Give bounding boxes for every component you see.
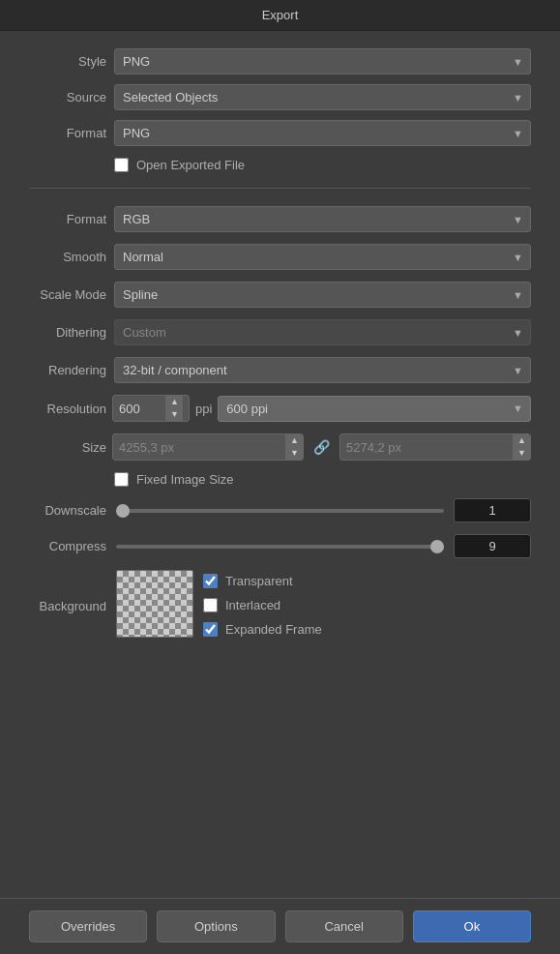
resolution-label: Resolution: [29, 402, 106, 416]
smooth-label: Smooth: [29, 250, 106, 264]
downscale-label: Downscale: [29, 503, 106, 518]
size-height-input[interactable]: [340, 435, 513, 460]
resolution-preset-select[interactable]: 72 ppi 96 ppi 150 ppi 300 ppi 600 ppi: [218, 396, 531, 422]
compress-row: Compress 9: [29, 534, 531, 558]
rendering-select-wrapper: 32-bit / component 16-bit / component 8-…: [114, 357, 531, 383]
resolution-up-button[interactable]: ▲: [166, 396, 183, 408]
format-row-main: Format RGB RGBA CMYK Grayscale ▼: [29, 206, 531, 232]
size-width-input[interactable]: [113, 435, 285, 460]
downscale-value: 1: [454, 498, 531, 522]
size-width-down-button[interactable]: ▼: [286, 447, 303, 460]
fixed-image-checkbox[interactable]: [114, 472, 129, 487]
ppi-label: ppi: [195, 402, 212, 416]
source-label: Source: [29, 90, 106, 104]
source-select-wrapper: Selected Objects Page All Pages Layer ▼: [114, 84, 531, 110]
options-button[interactable]: Options: [157, 910, 275, 942]
format-select-wrapper-main: RGB RGBA CMYK Grayscale ▼: [114, 206, 531, 232]
transparent-row: Transparent: [203, 574, 322, 588]
fixed-image-label[interactable]: Fixed Image Size: [136, 472, 233, 487]
downscale-row: Downscale 1: [29, 498, 531, 522]
resolution-preset-wrapper: 72 ppi 96 ppi 150 ppi 300 ppi 600 ppi ▼: [218, 396, 531, 422]
style-select-wrapper: PNG JPEG WebP TIFF ▼: [114, 48, 531, 75]
scale-mode-row: Scale Mode Spline Bilinear Bicubic Neare…: [29, 282, 531, 308]
background-row: Background Transparent Interlaced Expand…: [29, 570, 531, 638]
style-select[interactable]: PNG JPEG WebP TIFF: [114, 48, 531, 75]
expanded-frame-row: Expanded Frame: [203, 622, 322, 637]
size-width-up-button[interactable]: ▲: [286, 434, 303, 447]
ok-button[interactable]: Ok: [413, 910, 531, 942]
open-exported-row: Open Exported File: [29, 158, 531, 172]
resolution-input[interactable]: [113, 397, 165, 421]
format-select-wrapper-top: PNG JPEG WebP TIFF SVG ▼: [114, 120, 531, 146]
smooth-row: Smooth Normal None High Low ▼: [29, 244, 531, 270]
link-icon: 🔗: [309, 439, 334, 455]
dithering-label: Dithering: [29, 325, 106, 340]
interlaced-row: Interlaced: [203, 598, 322, 612]
window-title: Export: [262, 8, 299, 22]
size-width-spinners: ▲ ▼: [285, 434, 303, 460]
format-label-top: Format: [29, 126, 106, 140]
size-height-down-button[interactable]: ▼: [514, 447, 530, 460]
style-row: Style PNG JPEG WebP TIFF ▼: [29, 48, 531, 75]
background-options: Transparent Interlaced Expanded Frame: [203, 570, 322, 637]
dithering-select-wrapper: Custom None Floyd-Steinberg ▼: [114, 319, 531, 345]
resolution-row: Resolution ▲ ▼ ppi 72 ppi 96 ppi 150 ppi…: [29, 395, 531, 422]
scale-mode-select-wrapper: Spline Bilinear Bicubic Nearest ▼: [114, 282, 531, 308]
compress-slider[interactable]: [116, 545, 444, 549]
resolution-spinners: ▲ ▼: [165, 396, 183, 421]
size-row: Size ▲ ▼ 🔗 ▲ ▼: [29, 433, 531, 461]
interlaced-checkbox[interactable]: [203, 598, 218, 612]
footer: Overrides Options Cancel Ok: [0, 898, 560, 954]
rendering-label: Rendering: [29, 363, 106, 377]
overrides-button[interactable]: Overrides: [29, 910, 147, 942]
dithering-select[interactable]: Custom None Floyd-Steinberg: [114, 319, 531, 345]
smooth-select-wrapper: Normal None High Low ▼: [114, 244, 531, 270]
transparent-label[interactable]: Transparent: [225, 574, 293, 588]
top-section: Style PNG JPEG WebP TIFF ▼ Source Select…: [29, 48, 531, 189]
cancel-button[interactable]: Cancel: [285, 910, 403, 942]
expanded-frame-checkbox[interactable]: [203, 622, 218, 637]
style-label: Style: [29, 54, 106, 69]
scale-mode-label: Scale Mode: [29, 287, 106, 302]
size-height-spinners: ▲ ▼: [513, 434, 530, 460]
resolution-input-wrapper: ▲ ▼: [112, 395, 190, 422]
main-section: Format RGB RGBA CMYK Grayscale ▼ Smooth …: [29, 206, 531, 638]
format-select-main[interactable]: RGB RGBA CMYK Grayscale: [114, 206, 531, 232]
resolution-down-button[interactable]: ▼: [166, 408, 183, 421]
dithering-row: Dithering Custom None Floyd-Steinberg ▼: [29, 319, 531, 345]
interlaced-label[interactable]: Interlaced: [225, 598, 280, 612]
scale-mode-select[interactable]: Spline Bilinear Bicubic Nearest: [114, 282, 531, 308]
format-label-main: Format: [29, 212, 106, 226]
background-preview: [116, 570, 193, 638]
smooth-select[interactable]: Normal None High Low: [114, 244, 531, 270]
compress-label: Compress: [29, 539, 106, 553]
downscale-slider[interactable]: [116, 509, 444, 513]
format-row-top: Format PNG JPEG WebP TIFF SVG ▼: [29, 120, 531, 146]
size-label: Size: [29, 440, 106, 455]
size-height-up-button[interactable]: ▲: [514, 434, 530, 447]
compress-value: 9: [454, 534, 531, 558]
open-exported-checkbox[interactable]: [114, 158, 129, 172]
size-height-wrapper: ▲ ▼: [339, 433, 531, 461]
size-width-wrapper: ▲ ▼: [112, 433, 304, 461]
rendering-row: Rendering 32-bit / component 16-bit / co…: [29, 357, 531, 383]
open-exported-label[interactable]: Open Exported File: [136, 158, 245, 172]
rendering-select[interactable]: 32-bit / component 16-bit / component 8-…: [114, 357, 531, 383]
background-label: Background: [29, 599, 106, 613]
source-select[interactable]: Selected Objects Page All Pages Layer: [114, 84, 531, 110]
title-bar: Export: [0, 0, 560, 31]
format-select-top[interactable]: PNG JPEG WebP TIFF SVG: [114, 120, 531, 146]
transparent-checkbox[interactable]: [203, 574, 218, 588]
fixed-image-row: Fixed Image Size: [29, 472, 531, 487]
expanded-frame-label[interactable]: Expanded Frame: [225, 622, 322, 637]
source-row: Source Selected Objects Page All Pages L…: [29, 84, 531, 110]
